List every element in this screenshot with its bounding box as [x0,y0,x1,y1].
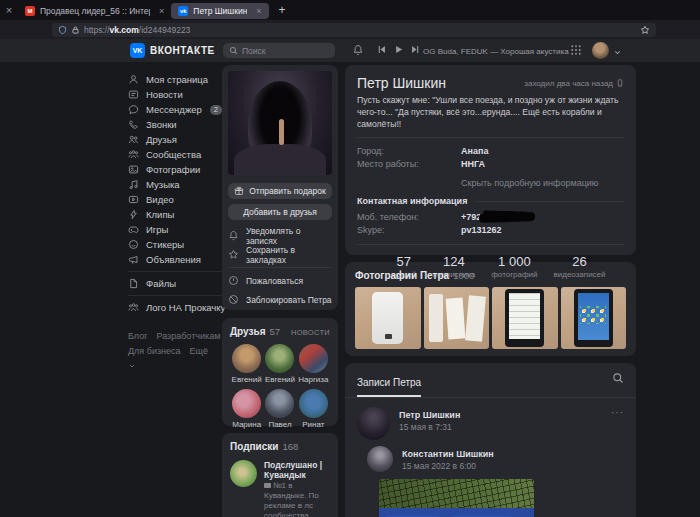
profile-side-column: Отправить подарок Добавить в друзья Увед… [222,65,338,517]
profile-actions-list: Уведомлять о записях Сохранить в закладк… [228,226,332,309]
footer-link-more[interactable]: Ещё [190,346,208,356]
footer-link-developers[interactable]: Разработчикам [156,331,220,341]
sidebar-item-my-page[interactable]: Моя страница [128,72,222,87]
status-text[interactable]: Пусть скажут мне: "Ушли все поезда, и по… [357,94,624,130]
block-icon [228,294,239,305]
sidebar-item-calls[interactable]: Звонки [128,117,222,132]
apps-grid-icon[interactable] [570,44,582,56]
block-user-action[interactable]: Заблокировать Петра [228,290,332,309]
now-playing-track[interactable]: OG Buda, FEDUK — Хорошая акустика [423,47,569,56]
footer-link-blog[interactable]: Блог [128,331,147,341]
photo-thumbnail[interactable] [355,287,421,349]
user-icon [128,74,139,85]
tab-shop[interactable]: M Продавец лидер_56 :: Интерн × [18,3,171,19]
photos-title[interactable]: Фотографии Петра [355,270,449,281]
notify-posts-action[interactable]: Уведомлять о записях [228,226,332,245]
address-bar: https://vk.com/id244949223 [0,20,700,39]
search-input[interactable] [242,46,322,56]
friend-item[interactable]: Евгений [263,344,296,384]
newspaper-icon [128,89,139,100]
avatar [299,389,328,418]
sidebar-item-messenger[interactable]: Мессенджер2 [128,102,222,117]
friends-card: Друзья 57 новости Евгений Евгений Наргиз… [222,318,338,426]
sidebar-item-files[interactable]: Файлы [128,276,222,291]
sidebar-item-ads[interactable]: Объявления [128,252,222,267]
photo-thumbnail[interactable] [492,287,558,349]
chevron-down-icon [128,362,136,370]
bell-icon[interactable] [352,44,364,56]
tab-close-icon[interactable]: × [256,6,261,16]
repost-author-avatar[interactable] [367,446,393,472]
page-title: Петр Шишкин [357,75,446,91]
friend-item[interactable]: Марина [230,389,263,429]
next-track-icon[interactable] [410,44,421,55]
city-value[interactable]: Анапа [461,145,488,158]
post-image[interactable] [379,479,534,517]
subscriptions-card: Подписки 168 Подслушано | Кувандык №1 в … [222,433,338,517]
divider [357,137,624,138]
friend-item[interactable]: Павел [263,389,296,429]
wall-post: Петр Шишкин 15 мая в 7:31 ··· Константин… [345,398,636,517]
sidebar-item-friends[interactable]: Друзья [128,132,222,147]
video-icon [128,194,139,205]
user-avatar[interactable] [592,42,609,59]
sidebar-item-video[interactable]: Видео [128,192,222,207]
tab-vk-profile[interactable]: vk Петр Шишкин × [171,3,268,19]
save-bookmark-action[interactable]: Сохранить в закладках [228,245,332,264]
sidebar-item-photos[interactable]: Фотографии [128,162,222,177]
photo-thumbnail[interactable] [424,287,490,349]
post-author-name[interactable]: Петр Шишкин [399,410,460,420]
send-gift-button[interactable]: Отправить подарок [228,183,332,199]
vk-favicon: vk [178,6,188,16]
chat-icon [128,104,139,115]
avatar [232,389,261,418]
post-author-avatar[interactable] [357,407,390,440]
profile-photo[interactable] [228,71,332,175]
hide-details-link[interactable]: Скрыть подробную информацию [461,178,624,188]
friend-item[interactable]: Наргиза [297,344,330,384]
counter-photos[interactable]: 1 000фотографий [491,254,537,279]
close-icon[interactable]: × [0,4,18,16]
url-field[interactable]: https://vk.com/id244949223 [52,23,656,37]
sidebar-item-communities[interactable]: Сообщества [128,147,222,162]
tab-close-icon[interactable]: × [159,6,164,16]
main-column: Петр Шишкин заходил два часа назад Пусть… [345,65,636,517]
wall-tab[interactable]: Записи Петра [357,377,421,397]
repost-date[interactable]: 15 мая 2022 в 6:00 [402,461,494,471]
friend-item[interactable]: Евгений [230,344,263,384]
vk-logo-icon[interactable]: VK [130,43,145,58]
subscriptions-title[interactable]: Подписки [230,441,278,452]
friends-news-link[interactable]: новости [291,328,330,337]
footer-link-business[interactable]: Для бизнеса [128,346,181,356]
photo-thumbnail[interactable] [561,287,627,349]
subscription-item[interactable]: Подслушано | Кувандык №1 в Кувандыке. По… [230,460,330,517]
friends-title[interactable]: Друзья [230,326,265,337]
header-search[interactable] [223,43,335,58]
play-icon[interactable] [393,44,404,55]
sidebar-item-games[interactable]: Игры [128,222,222,237]
add-friend-button[interactable]: Добавить в друзья [228,204,332,220]
repost-author-name[interactable]: Константин Шишкин [402,449,494,459]
chevron-down-icon[interactable] [613,48,622,57]
prev-track-icon[interactable] [376,44,387,55]
report-icon [228,275,239,286]
sidebar-item-stickers[interactable]: Стикеры [128,237,222,252]
work-value[interactable]: ННГА [461,158,485,171]
phone-icon [128,119,139,130]
report-action[interactable]: Пожаловаться [228,271,332,290]
sidebar-item-news[interactable]: Новости [128,87,222,102]
sidebar-item-logo-group[interactable]: Лого НА Прокачку [128,300,222,315]
vk-wordmark[interactable]: вконтакте [150,45,215,56]
wall-search-icon[interactable] [612,372,624,384]
post-menu-icon[interactable]: ··· [611,407,624,440]
profile-photo-card: Отправить подарок Добавить в друзья Увед… [222,65,338,310]
sidebar-item-clips[interactable]: Клипы [128,207,222,222]
post-date[interactable]: 15 мая в 7:31 [399,422,460,432]
new-tab-button[interactable]: + [279,3,286,17]
counter-videos[interactable]: 26видеозаписей [554,254,606,279]
bookmark-star-icon[interactable] [640,25,650,35]
repost-block: Константин Шишкин 15 мая 2022 в 6:00 [357,446,624,472]
friend-item[interactable]: Ринат [297,389,330,429]
community-mini-icon [264,483,271,488]
sidebar-item-music[interactable]: Музыка [128,177,222,192]
